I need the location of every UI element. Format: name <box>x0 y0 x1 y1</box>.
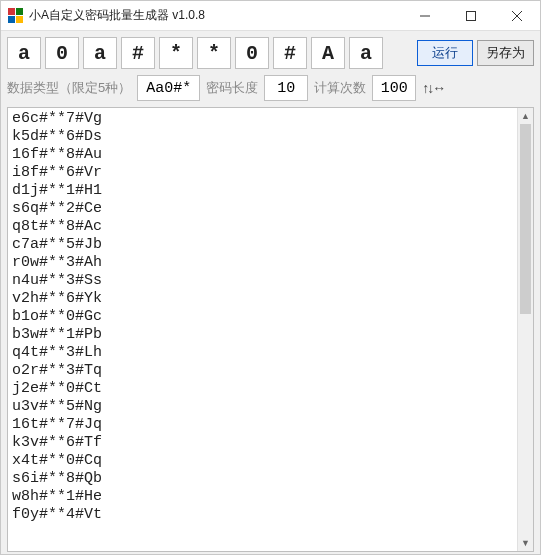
scrollbar[interactable]: ▲ ▼ <box>517 108 533 551</box>
token-button-3[interactable]: # <box>121 37 155 69</box>
length-input[interactable] <box>264 75 308 101</box>
scrollbar-track[interactable] <box>518 124 533 535</box>
token-button-4[interactable]: * <box>159 37 193 69</box>
scroll-down-button[interactable]: ▼ <box>518 535 534 551</box>
window-title: 小A自定义密码批量生成器 v1.0.8 <box>29 7 402 24</box>
token-button-7[interactable]: # <box>273 37 307 69</box>
token-button-5[interactable]: * <box>197 37 231 69</box>
minimize-button[interactable] <box>402 1 448 30</box>
chevron-down-icon: ▼ <box>521 538 530 548</box>
maximize-button[interactable] <box>448 1 494 30</box>
token-button-9[interactable]: a <box>349 37 383 69</box>
minimize-icon <box>420 11 430 21</box>
close-button[interactable] <box>494 1 540 30</box>
scrollbar-thumb[interactable] <box>520 124 531 314</box>
saveas-button[interactable]: 另存为 <box>477 40 534 66</box>
toolbar: a 0 a # * * 0 # A a 运行 另存为 <box>1 31 540 75</box>
output-text[interactable]: e6c#**7#Vg k5d#**6#Ds 16f#**8#Au i8f#**6… <box>8 108 517 551</box>
params-row: 数据类型（限定5种） Aa0#* 密码长度 计算次数 ↑↓↔ <box>1 75 540 107</box>
count-label: 计算次数 <box>314 79 366 97</box>
chevron-up-icon: ▲ <box>521 111 530 121</box>
run-button[interactable]: 运行 <box>417 40 473 66</box>
data-type-value[interactable]: Aa0#* <box>137 75 200 101</box>
app-icon <box>7 8 23 24</box>
token-button-0[interactable]: a <box>7 37 41 69</box>
length-label: 密码长度 <box>206 79 258 97</box>
count-input[interactable] <box>372 75 416 101</box>
maximize-icon <box>466 11 476 21</box>
token-button-6[interactable]: 0 <box>235 37 269 69</box>
token-button-8[interactable]: A <box>311 37 345 69</box>
scroll-up-button[interactable]: ▲ <box>518 108 534 124</box>
titlebar: 小A自定义密码批量生成器 v1.0.8 <box>1 1 540 31</box>
window-controls <box>402 1 540 30</box>
token-button-1[interactable]: 0 <box>45 37 79 69</box>
close-icon <box>512 11 522 21</box>
data-type-label: 数据类型（限定5种） <box>7 79 131 97</box>
sort-arrows-icon[interactable]: ↑↓↔ <box>422 80 444 96</box>
svg-rect-1 <box>467 11 476 20</box>
app-window: 小A自定义密码批量生成器 v1.0.8 a 0 a # * * 0 # A a … <box>0 0 541 555</box>
output-panel: e6c#**7#Vg k5d#**6#Ds 16f#**8#Au i8f#**6… <box>7 107 534 552</box>
token-button-2[interactable]: a <box>83 37 117 69</box>
